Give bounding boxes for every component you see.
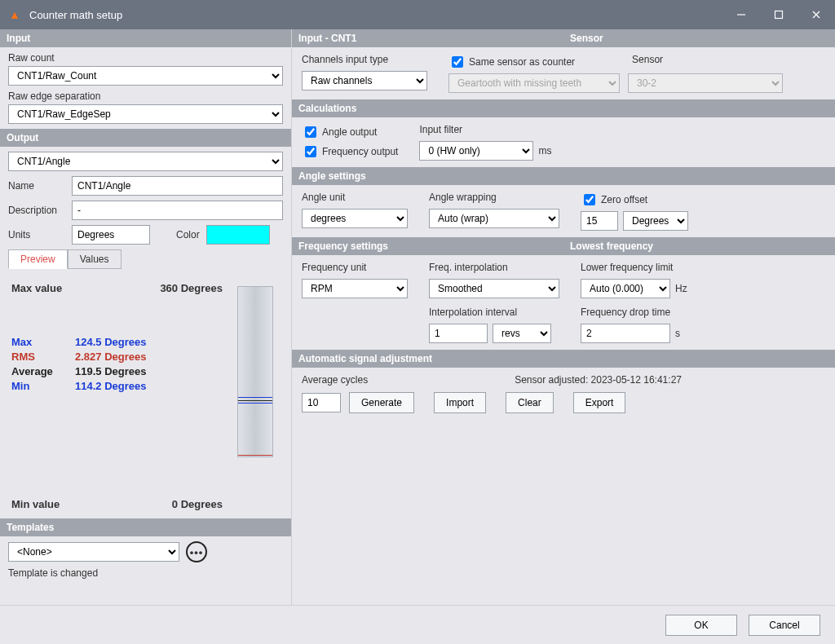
minimize-button[interactable] xyxy=(722,0,760,29)
freq-unit-label: Frequency unit xyxy=(302,262,408,273)
units-label: Units xyxy=(8,229,65,240)
tab-values[interactable]: Values xyxy=(68,249,121,269)
input-filter-select[interactable]: 0 (HW only) xyxy=(419,141,533,161)
name-label: Name xyxy=(8,180,65,192)
calculations-header: Calculations xyxy=(292,99,835,117)
freq-drop-label: Frequency drop time xyxy=(581,307,687,318)
input-cnt-header: Input - CNT1 xyxy=(292,29,563,47)
close-button[interactable] xyxy=(797,0,835,29)
preview-gauge xyxy=(237,286,273,457)
lowest-frequency-header: Lowest frequency xyxy=(563,237,835,255)
freq-drop-input[interactable] xyxy=(581,324,670,343)
template-status: Template is changed xyxy=(8,567,283,579)
angle-settings-header: Angle settings xyxy=(292,167,835,185)
zero-offset-checkbox[interactable]: Zero offset xyxy=(581,192,688,208)
zero-offset-unit-select[interactable]: Degrees xyxy=(623,211,688,231)
name-input[interactable] xyxy=(72,176,283,196)
input-filter-unit: ms xyxy=(538,145,551,157)
sensor-type-select: Geartooth with missing teeth xyxy=(448,73,620,93)
template-select[interactable]: <None> xyxy=(8,542,179,562)
clear-button[interactable]: Clear xyxy=(506,392,554,413)
tab-preview[interactable]: Preview xyxy=(8,249,68,269)
angle-wrapping-label: Angle wrapping xyxy=(429,192,559,203)
template-more-button[interactable]: ••• xyxy=(186,541,207,562)
color-picker[interactable] xyxy=(206,225,270,245)
sensor-label: Sensor xyxy=(632,54,663,70)
ok-button[interactable]: OK xyxy=(665,615,737,636)
units-input[interactable] xyxy=(72,225,150,245)
templates-header: Templates xyxy=(0,518,291,536)
channels-type-select[interactable]: Raw channels xyxy=(302,71,427,90)
cancel-button[interactable]: Cancel xyxy=(749,615,820,636)
hz-label: Hz xyxy=(675,283,687,294)
freq-interp-label: Freq. interpolation xyxy=(429,262,559,273)
stat-avg-val: 119.5 Degrees xyxy=(75,364,146,379)
frequency-output-checkbox[interactable]: Frequency output xyxy=(302,143,398,160)
description-input[interactable] xyxy=(72,201,283,220)
app-icon: ▲ xyxy=(8,8,21,21)
auto-adjustment-header: Automatic signal adjustment xyxy=(292,350,835,368)
zero-offset-input[interactable] xyxy=(581,211,618,231)
freq-unit-select[interactable]: RPM xyxy=(302,279,408,298)
same-sensor-checkbox[interactable]: Same sensor as counter xyxy=(448,54,575,70)
output-channel-select[interactable]: CNT1/Angle xyxy=(8,152,283,171)
min-value-label: Min value xyxy=(11,498,60,510)
window-title: Counter math setup xyxy=(29,9,122,21)
description-label: Description xyxy=(8,205,65,216)
lower-freq-label: Lower frequency limit xyxy=(581,262,687,273)
sensor-adjusted-label: Sensor adjusted: 2023-05-12 16:41:27 xyxy=(515,374,682,386)
max-value-label: Max value xyxy=(11,282,62,294)
stat-rms-val: 2.827 Degrees xyxy=(75,350,146,364)
frequency-settings-header: Frequency settings xyxy=(292,237,563,255)
input-header: Input xyxy=(0,29,291,47)
sensor-header: Sensor xyxy=(563,29,835,47)
stat-min-label: Min xyxy=(11,379,75,394)
input-filter-label: Input filter xyxy=(419,124,551,135)
stat-avg-label: Average xyxy=(11,364,75,379)
stat-max-label: Max xyxy=(11,335,75,350)
angle-output-checkbox[interactable]: Angle output xyxy=(302,124,398,140)
maximize-button[interactable] xyxy=(760,0,797,29)
angle-wrapping-select[interactable]: Auto (wrap) xyxy=(429,209,559,228)
raw-count-select[interactable]: CNT1/Raw_Count xyxy=(8,66,283,86)
export-button[interactable]: Export xyxy=(573,392,626,413)
avg-cycles-label: Average cycles xyxy=(302,374,368,386)
angle-unit-select[interactable]: degrees xyxy=(302,209,408,228)
angle-unit-label: Angle unit xyxy=(302,192,408,203)
channels-type-label: Channels input type xyxy=(302,54,427,65)
min-value: 0 Degrees xyxy=(172,498,280,510)
stat-rms-label: RMS xyxy=(11,350,75,364)
raw-edge-select[interactable]: CNT1/Raw_EdgeSep xyxy=(8,104,283,124)
sensor-variant-select: 30-2 xyxy=(628,73,783,93)
interp-interval-unit-select[interactable]: revs xyxy=(493,324,551,343)
raw-count-label: Raw count xyxy=(8,52,283,64)
interp-interval-input[interactable] xyxy=(429,324,488,343)
lower-freq-select[interactable]: Auto (0.000) xyxy=(581,279,670,298)
stat-min-val: 114.2 Degrees xyxy=(75,379,146,394)
generate-button[interactable]: Generate xyxy=(349,392,414,413)
s-label: s xyxy=(675,328,680,339)
output-header: Output xyxy=(0,129,291,147)
stat-max-val: 124.5 Degrees xyxy=(75,335,146,350)
import-button[interactable]: Import xyxy=(434,392,486,413)
svg-rect-1 xyxy=(775,11,783,19)
interp-interval-label: Interpolation interval xyxy=(429,307,559,318)
avg-cycles-input[interactable] xyxy=(302,393,341,412)
raw-edge-label: Raw edge separation xyxy=(8,90,283,102)
color-label: Color xyxy=(176,229,200,240)
freq-interp-select[interactable]: Smoothed xyxy=(429,279,559,298)
